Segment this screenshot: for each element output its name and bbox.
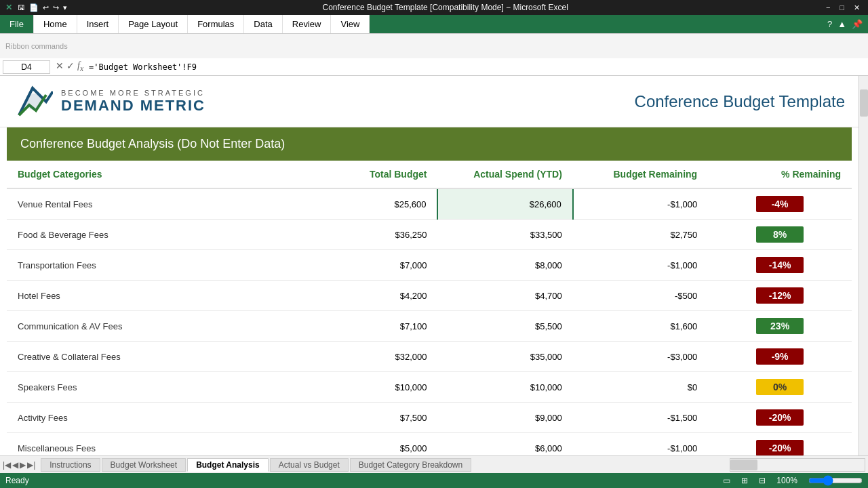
title-bar: ✕ 🖫 📄 ↩ ↪ ▾ Conference Budget Template [… (0, 0, 868, 15)
row-category: Venue Rental Fees (7, 188, 302, 220)
row-category: Food & Beverage Fees (7, 220, 302, 250)
sheet-tab-budget-worksheet[interactable]: Budget Worksheet (102, 458, 186, 472)
tab-insert[interactable]: Insert (77, 15, 119, 33)
table-row[interactable]: Transportation Fees $7,000 $8,000 -$1,00… (7, 250, 852, 281)
pct-badge: 8% (756, 226, 804, 243)
minimize-button[interactable]: − (823, 3, 833, 12)
title-bar-left: ✕ 🖫 📄 ↩ ↪ ▾ (5, 3, 67, 12)
spreadsheet-area: Become More Strategic Demand Metric Conf… (0, 76, 859, 455)
row-total-budget: $7,500 (302, 403, 437, 433)
row-total-budget: $25,600 (302, 188, 437, 220)
ribbon-content: Ribbon commands (0, 34, 868, 58)
sheet-tab-budget-analysis[interactable]: Budget Analysis (187, 458, 269, 472)
minimize-ribbon-icon[interactable]: ▲ (837, 19, 846, 29)
quick-access[interactable]: 🖫 📄 ↩ ↪ ▾ (18, 3, 67, 12)
pct-badge: 0% (756, 379, 804, 395)
sheet-tab-instructions[interactable]: Instructions (41, 458, 100, 472)
section-header: Conference Budget Analysis (Do Not Enter… (7, 127, 852, 161)
tab-last-icon[interactable]: ▶| (27, 460, 35, 470)
header-section: Become More Strategic Demand Metric Conf… (0, 76, 859, 127)
zoom-slider[interactable] (808, 475, 863, 486)
row-total-budget: $36,250 (302, 220, 437, 250)
row-category: Speakers Fees (7, 372, 302, 403)
pct-badge: -12% (756, 287, 804, 304)
row-actual-spend: $9,000 (437, 403, 572, 433)
row-total-budget: $4,200 (302, 281, 437, 311)
tab-file[interactable]: File (0, 15, 34, 33)
row-budget-remaining: -$3,000 (573, 342, 708, 372)
cell-reference-box[interactable] (3, 60, 50, 74)
tab-navigation[interactable]: |◀ ◀ ▶ ▶| (3, 460, 35, 470)
tab-view[interactable]: View (331, 15, 370, 33)
row-pct-remaining: -4% (708, 188, 852, 220)
formula-input[interactable] (89, 62, 865, 72)
restore-button[interactable]: □ (837, 3, 847, 12)
ribbon-tabs: File Home Insert Page Layout Formulas Da… (0, 15, 868, 34)
row-budget-remaining: -$1,000 (573, 188, 708, 220)
view-page-layout-icon[interactable]: ⊞ (741, 476, 748, 485)
formula-bar: ✕ ✓ fx (0, 58, 868, 76)
pct-badge: -20% (756, 409, 804, 426)
tab-review[interactable]: Review (283, 15, 332, 33)
table-row[interactable]: Communication & AV Fees $7,100 $5,500 $1… (7, 311, 852, 342)
row-pct-remaining: -20% (708, 403, 852, 433)
row-total-budget: $7,000 (302, 250, 437, 281)
table-row[interactable]: Speakers Fees $10,000 $10,000 $0 0% (7, 372, 852, 403)
table-row[interactable]: Food & Beverage Fees $36,250 $33,500 $2,… (7, 220, 852, 250)
excel-icon: ✕ (5, 3, 12, 12)
row-category: Hotel Fees (7, 281, 302, 311)
sheet-tab-budget-category-breakdown[interactable]: Budget Category Breakdown (350, 458, 471, 472)
row-category: Activity Fees (7, 403, 302, 433)
table-row[interactable]: Miscellaneous Fees $5,000 $6,000 -$1,000… (7, 433, 852, 456)
row-actual-spend: $8,000 (437, 250, 572, 281)
tab-formulas[interactable]: Formulas (188, 15, 244, 33)
table-row[interactable]: Activity Fees $7,500 $9,000 -$1,500 -20% (7, 403, 852, 433)
col-header-budget-remaining: Budget Remaining (573, 161, 708, 188)
row-budget-remaining: -$1,500 (573, 403, 708, 433)
view-normal-icon[interactable]: ▭ (723, 476, 730, 485)
table-row[interactable]: Hotel Fees $4,200 $4,700 -$500 -12% (7, 281, 852, 311)
pin-icon[interactable]: 📌 (852, 19, 863, 29)
vertical-scrollbar[interactable] (859, 76, 868, 455)
row-budget-remaining: -$500 (573, 281, 708, 311)
tab-home[interactable]: Home (34, 15, 77, 33)
table-row[interactable]: Venue Rental Fees $25,600 $26,600 -$1,00… (7, 188, 852, 220)
row-total-budget: $10,000 (302, 372, 437, 403)
scroll-thumb[interactable] (860, 89, 868, 117)
help-icon[interactable]: ? (827, 19, 832, 29)
row-budget-remaining: $1,600 (573, 311, 708, 342)
spreadsheet-content: Become More Strategic Demand Metric Conf… (0, 76, 868, 455)
row-budget-remaining: $0 (573, 372, 708, 403)
formula-cancel-icon[interactable]: ✕ (56, 60, 64, 73)
row-budget-remaining: $2,750 (573, 220, 708, 250)
table-row[interactable]: Creative & Collateral Fees $32,000 $35,0… (7, 342, 852, 372)
row-pct-remaining: -9% (708, 342, 852, 372)
row-pct-remaining: -14% (708, 250, 852, 281)
horizontal-scroll-thumb[interactable] (730, 460, 757, 470)
row-actual-spend: $35,000 (437, 342, 572, 372)
tab-next-icon[interactable]: ▶ (20, 460, 26, 470)
tab-prev-icon[interactable]: ◀ (12, 460, 18, 470)
row-category: Transportation Fees (7, 250, 302, 281)
row-actual-spend: $26,600 (437, 188, 572, 220)
formula-insert-icon[interactable]: fx (77, 60, 83, 73)
tab-page-layout[interactable]: Page Layout (119, 15, 188, 33)
horizontal-scroll-area[interactable] (730, 458, 865, 472)
status-bar: Ready ▭ ⊞ ⊟ 100% (0, 473, 868, 488)
row-total-budget: $7,100 (302, 311, 437, 342)
tab-data[interactable]: Data (244, 15, 282, 33)
zoom-level: 100% (776, 476, 797, 485)
row-pct-remaining: 0% (708, 372, 852, 403)
sheet-tabs: InstructionsBudget WorksheetBudget Analy… (41, 458, 473, 472)
view-page-break-icon[interactable]: ⊟ (759, 476, 766, 485)
tab-first-icon[interactable]: |◀ (3, 460, 11, 470)
close-button[interactable]: ✕ (851, 3, 863, 12)
sheet-tab-actual-vs-budget[interactable]: Actual vs Budget (270, 458, 349, 472)
logo-text: Become More Strategic Demand Metric (61, 89, 205, 115)
formula-confirm-icon[interactable]: ✓ (66, 60, 75, 73)
title-bar-controls[interactable]: − □ ✕ (823, 3, 863, 12)
section-header-text: Conference Budget Analysis (Do Not Enter… (20, 137, 285, 150)
logo-area: Become More Strategic Demand Metric (14, 83, 205, 120)
row-actual-spend: $5,500 (437, 311, 572, 342)
pct-badge: -9% (756, 348, 804, 365)
